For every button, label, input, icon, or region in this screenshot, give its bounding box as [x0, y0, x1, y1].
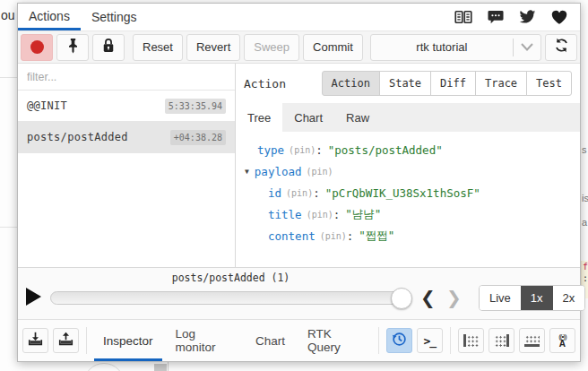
console-icon: >_: [423, 334, 436, 348]
tree-row-content[interactable]: content(pin):"쩝쩝": [236, 225, 580, 246]
tab-inspector[interactable]: Inspector: [94, 320, 162, 361]
tab-state[interactable]: State: [379, 71, 431, 96]
instance-name: rtk tutorial: [371, 40, 513, 54]
tree-colon: :: [333, 208, 341, 221]
divider: [86, 327, 87, 354]
action-row-init[interactable]: @@INIT 5:33:35.94: [18, 91, 235, 122]
filter-input[interactable]: [18, 71, 235, 83]
tree-row-id[interactable]: id(pin):"pCrQbWIK_U38Sx1thSosF": [236, 182, 580, 203]
subtab-raw[interactable]: Raw: [334, 103, 381, 132]
dock-right-button[interactable]: [489, 328, 514, 353]
dock-right-icon: [494, 334, 509, 347]
tab-action[interactable]: Action: [322, 71, 380, 96]
subtab-tree[interactable]: Tree: [236, 103, 282, 132]
tree-key: id: [268, 186, 281, 200]
tab-actions[interactable]: Actions: [18, 4, 81, 30]
tree-key: content: [268, 229, 316, 243]
page-fragment-text: s: [582, 144, 587, 155]
import-button[interactable]: [22, 328, 48, 353]
expander-arrow-icon[interactable]: ▼: [245, 168, 249, 176]
tree-value: "쩝쩝": [359, 229, 394, 244]
divider: [450, 327, 451, 354]
tree-row-type[interactable]: type(pin):"posts/postAdded": [236, 139, 580, 160]
screen: ou s is a f: Actions Settings: [0, 0, 588, 371]
speed-1x-button[interactable]: 1x: [521, 286, 553, 310]
inspector-panel: Action Action State Diff Trace Test Tree…: [236, 64, 580, 267]
player-action-label: posts/postAdded (1): [50, 272, 411, 284]
reconnect-button[interactable]: [545, 34, 577, 61]
action-name: @@INIT: [27, 99, 67, 112]
action-list: @@INIT 5:33:35.94 posts/postAdded +04:38…: [18, 64, 236, 267]
main-area: @@INIT 5:33:35.94 posts/postAdded +04:38…: [18, 64, 580, 267]
lock-icon: [102, 38, 115, 56]
tab-chart[interactable]: Chart: [246, 320, 294, 361]
subtab-chart[interactable]: Chart: [282, 103, 334, 132]
page-fragment-circle: [83, 363, 125, 371]
tab-test[interactable]: Test: [526, 71, 572, 96]
chevron-down-icon: [514, 43, 540, 51]
pin-label[interactable]: (pin): [289, 145, 316, 155]
sync-icon: [554, 38, 569, 56]
sweep-button[interactable]: Sweep: [244, 34, 299, 61]
feedback-icon[interactable]: [488, 10, 504, 24]
tab-rtk-query[interactable]: RTK Query: [298, 320, 371, 361]
inspector-header: Action Action State Diff Trace Test: [236, 64, 580, 103]
tree-key: payload: [255, 165, 302, 178]
tree-colon: :: [347, 229, 354, 243]
header-bar: Actions Settings: [18, 4, 580, 31]
dock-bottom-button[interactable]: [519, 328, 545, 353]
step-forward-button[interactable]: ❯: [446, 286, 462, 309]
lock-button[interactable]: [92, 34, 125, 61]
tree-colon: :: [313, 186, 320, 200]
revert-button[interactable]: Revert: [186, 34, 240, 61]
tab-trace[interactable]: Trace: [475, 71, 527, 96]
slider-thumb[interactable]: [391, 288, 412, 309]
export-button[interactable]: [53, 328, 79, 353]
pin-label[interactable]: (pin): [286, 188, 313, 198]
twitter-icon[interactable]: [519, 10, 536, 24]
player-bar: posts/postAdded (1) ❮ ❯ Live 1x 2x: [18, 267, 580, 319]
docs-icon[interactable]: [454, 10, 472, 24]
json-tree: type(pin):"posts/postAdded" ▼ payload(pi…: [236, 132, 580, 267]
page-fragment-divider: [0, 227, 17, 228]
speed-2x-button[interactable]: 2x: [553, 286, 585, 310]
remote-antenna-icon: ((•)) A: [558, 333, 566, 349]
tab-log-monitor[interactable]: Log monitor: [167, 320, 242, 361]
pin-label[interactable]: (pin): [307, 210, 333, 220]
heart-icon[interactable]: [551, 10, 567, 24]
play-button[interactable]: [26, 288, 41, 306]
tree-value: "냠냠": [345, 207, 381, 222]
tree-value: "pCrQbWIK_U38Sx1thSosF": [325, 186, 480, 200]
inspector-tabs: Action State Diff Trace Test: [322, 71, 572, 96]
inspector-label: Action: [244, 77, 286, 91]
dispatcher-button[interactable]: >_: [417, 328, 443, 353]
step-back-button[interactable]: ❮: [420, 286, 436, 309]
page-fragment-text: is: [582, 193, 588, 203]
divider: [378, 327, 379, 354]
instance-selector[interactable]: rtk tutorial: [370, 34, 541, 61]
toolbar: Reset Revert Sweep Commit rtk tutorial: [18, 31, 580, 64]
filter-row: [18, 64, 235, 91]
commit-button[interactable]: Commit: [303, 34, 363, 61]
record-icon: [30, 40, 44, 54]
action-row-postadded[interactable]: posts/postAdded +04:38.28: [18, 122, 235, 153]
tree-row-payload[interactable]: ▼ payload(pin): [236, 160, 580, 182]
pin-button[interactable]: [56, 34, 89, 61]
action-timestamp: 5:33:35.94: [165, 99, 226, 114]
page-fragment-text: ou: [1, 8, 15, 22]
remote-button[interactable]: ((•)) A: [549, 328, 575, 353]
header-icons: [454, 4, 580, 30]
timeline-slider[interactable]: [50, 291, 411, 305]
tab-settings[interactable]: Settings: [81, 4, 148, 30]
record-button[interactable]: [21, 34, 53, 61]
tree-colon: :: [316, 143, 323, 157]
player-toggle-button[interactable]: [386, 328, 412, 353]
tab-diff[interactable]: Diff: [430, 71, 476, 96]
pin-label[interactable]: (pin): [307, 167, 333, 177]
upload-icon: [58, 332, 74, 349]
reset-button[interactable]: Reset: [133, 34, 183, 61]
pin-label[interactable]: (pin): [320, 231, 347, 241]
tree-row-title[interactable]: title(pin):"냠냠": [236, 203, 580, 225]
live-button[interactable]: Live: [480, 286, 521, 310]
dock-left-button[interactable]: [458, 328, 484, 353]
